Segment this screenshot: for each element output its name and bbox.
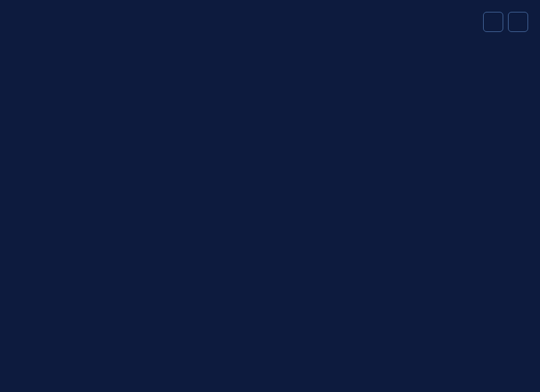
close-button[interactable]	[508, 12, 528, 32]
legend	[398, 200, 528, 202]
edit-button[interactable]	[483, 12, 503, 32]
dashboard-container	[0, 0, 540, 392]
header-buttons	[483, 12, 528, 32]
header	[12, 12, 528, 32]
donut-svg	[24, 73, 296, 346]
chart-area	[12, 38, 528, 381]
donut-chart	[12, 50, 308, 369]
